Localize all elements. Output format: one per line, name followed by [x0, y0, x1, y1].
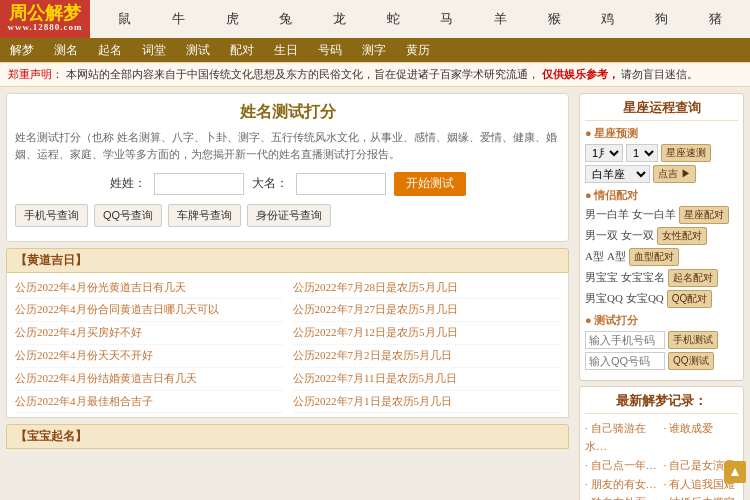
qq-test-btn[interactable]: QQ测试 [668, 352, 714, 370]
fortune-card: 星座运程查询 ● 星座预测 1月2月3月 1日2日 星座速测 白羊座金牛座 [579, 93, 744, 381]
girl-qq-label: 女宝QQ [626, 291, 664, 306]
blood-type1-label: A型 [585, 249, 604, 264]
month-select[interactable]: 1月2月3月 [585, 144, 623, 162]
test-section: ● 测试打分 手机测试 QQ测试 [585, 313, 738, 370]
blood-match-btn[interactable]: 血型配对 [629, 248, 679, 266]
auspicious-item[interactable]: 公历2022年7月28日是农历5月几日 [293, 277, 561, 300]
dream-link[interactable]: · 自己骑游在水… [585, 419, 660, 456]
blood-type2-label: A型 [607, 249, 626, 264]
nav-item[interactable]: 测名 [44, 38, 88, 62]
zodiac-item[interactable]: 蛇 [383, 8, 404, 30]
zodiac-item[interactable]: 鼠 [114, 8, 135, 30]
test-row2: QQ测试 [585, 352, 738, 370]
match-male1-label: 男一白羊 [585, 207, 629, 222]
left-main: 姓名测试打分 姓名测试打分（也称 姓名测算、八字、卜卦、测字、五行传统风水文化，… [0, 87, 575, 501]
female-match-btn[interactable]: 女性配对 [657, 227, 707, 245]
auspicious-item[interactable]: 公历2022年4月份天天不开好 [15, 345, 283, 368]
auspicious-section: 【黄道吉日】 公历2022年4月份光黄道吉日有几天公历2022年4月份合同黄道吉… [6, 248, 569, 419]
zodiac-item[interactable]: 狗 [651, 8, 672, 30]
zodiac-item[interactable]: 鸡 [597, 8, 618, 30]
zodiac-item[interactable]: 牛 [168, 8, 189, 30]
auspicious-item[interactable]: 公历2022年7月27日是农历5月几日 [293, 299, 561, 322]
zodiac-item[interactable]: 虎 [222, 8, 243, 30]
nav-item[interactable]: 起名 [88, 38, 132, 62]
qq-search-btn[interactable]: QQ号查询 [94, 204, 162, 227]
auspicious-item[interactable]: 公历2022年4月份结婚黄道吉日有几天 [15, 368, 283, 391]
dream-item: · 朋友的有女…· 有人追我国难 [585, 475, 738, 494]
content-area: 姓名测试打分 姓名测试打分（也称 姓名测算、八字、卜卦、测字、五行传统风水文化，… [0, 87, 750, 501]
notice-text: 本网站的全部内容来自于中国传统文化思想及东方的民俗文化，旨在促进诸子百家学术研究… [66, 68, 539, 80]
auspicious-item[interactable]: 公历2022年7月12日是农历5月几日 [293, 322, 561, 345]
auspicious-cols: 公历2022年4月份光黄道吉日有几天公历2022年4月份合同黄道吉日哪几天可以公… [15, 277, 560, 414]
logo[interactable]: 周公解梦 www.12880.com [0, 0, 90, 38]
phone-test-btn[interactable]: 手机测试 [668, 331, 718, 349]
notice-prefix: 郑重声明： [8, 68, 63, 80]
zodiac-item[interactable]: 兔 [275, 8, 296, 30]
zodiac-item[interactable]: 龙 [329, 8, 350, 30]
star-match-btn[interactable]: 星座配对 [679, 206, 729, 224]
auspicious-content: 公历2022年4月份光黄道吉日有几天公历2022年4月份合同黄道吉日哪几天可以公… [6, 273, 569, 419]
zodiac-item[interactable]: 猴 [544, 8, 565, 30]
daily-section: ● 星座预测 1月2月3月 1日2日 星座速测 白羊座金牛座 点吉 ▶ [585, 126, 738, 183]
match-section: ● 情侣配对 男一白羊 女一白羊 星座配对 男一双 女一双 女性配对 A型 A型… [585, 188, 738, 308]
name-test-desc: 姓名测试打分（也称 姓名测算、八字、卜卦、测字、五行传统风水文化，从事业、感情、… [15, 129, 560, 164]
qq-match-btn[interactable]: QQ配对 [667, 290, 713, 308]
zodiac-nav: 鼠牛虎兔龙蛇马羊猴鸡狗猪 [90, 0, 750, 38]
surname-input[interactable] [154, 173, 244, 195]
day-select[interactable]: 1日2日 [626, 144, 658, 162]
match-title: ● 情侣配对 [585, 188, 738, 203]
id-search-btn[interactable]: 身份证号查询 [247, 204, 331, 227]
submit-button[interactable]: 开始测试 [394, 172, 466, 196]
nav-item[interactable]: 生日 [264, 38, 308, 62]
scroll-top-btn[interactable]: ▲ [724, 461, 746, 483]
star-predict-btn[interactable]: 星座速测 [661, 144, 711, 162]
auspicious-left: 公历2022年4月份光黄道吉日有几天公历2022年4月份合同黄道吉日哪几天可以公… [15, 277, 283, 414]
logo-url: www.12880.com [8, 23, 83, 33]
name-input[interactable] [296, 173, 386, 195]
notice-bar: 郑重声明： 本网站的全部内容来自于中国传统文化思想及东方的民俗文化，旨在促进诸子… [0, 62, 750, 87]
zodiac-item[interactable]: 羊 [490, 8, 511, 30]
dream-records-card: 最新解梦记录： · 自己骑游在水…· 谁敢成爱· 自己点一年…· 自己是女演员·… [579, 386, 744, 501]
qq-input[interactable] [585, 352, 665, 370]
phone-input[interactable] [585, 331, 665, 349]
auspicious-item[interactable]: 公历2022年7月2日是农历5月几日 [293, 345, 561, 368]
quick-search-row: 手机号查询 QQ号查询 车牌号查询 身份证号查询 [15, 204, 560, 227]
dream-link[interactable]: · 谁敢成爱 [664, 419, 739, 456]
zodiac-select[interactable]: 白羊座金牛座 [585, 165, 650, 183]
auspicious-item[interactable]: 公历2022年4月最佳相合吉子 [15, 391, 283, 414]
zodiac-item[interactable]: 猪 [705, 8, 726, 30]
notice-bold: 仅供娱乐参考， [542, 68, 619, 80]
boy-qq-label: 男宝QQ [585, 291, 623, 306]
nav-item[interactable]: 测试 [176, 38, 220, 62]
point-lucky-btn[interactable]: 点吉 ▶ [653, 165, 696, 183]
dream-item: · 独自在外面…· 结婚后去搬家 [585, 493, 738, 500]
auspicious-right: 公历2022年7月28日是农历5月几日公历2022年7月27日是农历5月几日公历… [293, 277, 561, 414]
dream-link[interactable]: · 结婚后去搬家 [664, 493, 739, 500]
nav-item[interactable]: 号码 [308, 38, 352, 62]
zodiac-item[interactable]: 马 [436, 8, 457, 30]
nav-item[interactable]: 词堂 [132, 38, 176, 62]
phone-search-btn[interactable]: 手机号查询 [15, 204, 88, 227]
auspicious-item[interactable]: 公历2022年7月1日是农历5月几日 [293, 391, 561, 414]
dream-link[interactable]: · 自己点一年… [585, 456, 660, 475]
plate-search-btn[interactable]: 车牌号查询 [168, 204, 241, 227]
auspicious-item[interactable]: 公历2022年7月11日是农历5月几日 [293, 368, 561, 391]
match-row5: 男宝QQ 女宝QQ QQ配对 [585, 290, 738, 308]
auspicious-item[interactable]: 公历2022年4月买房好不好 [15, 322, 283, 345]
dream-item: · 自己点一年…· 自己是女演员 [585, 456, 738, 475]
dream-link[interactable]: · 朋友的有女… [585, 475, 660, 494]
nav-item[interactable]: 测字 [352, 38, 396, 62]
boy-name-label: 男宝宝 [585, 270, 618, 285]
dream-list: · 自己骑游在水…· 谁敢成爱· 自己点一年…· 自己是女演员· 朋友的有女…·… [585, 419, 738, 501]
match-female2-label: 女一双 [621, 228, 654, 243]
name-match-btn[interactable]: 起名配对 [668, 269, 718, 287]
nav-item[interactable]: 配对 [220, 38, 264, 62]
nav-item[interactable]: 解梦 [0, 38, 44, 62]
nav-item[interactable]: 黄历 [396, 38, 440, 62]
dream-link[interactable]: · 独自在外面… [585, 493, 660, 500]
auspicious-item[interactable]: 公历2022年4月份合同黄道吉日哪几天可以 [15, 299, 283, 322]
match-row1: 男一白羊 女一白羊 星座配对 [585, 206, 738, 224]
match-male2-label: 男一双 [585, 228, 618, 243]
auspicious-item[interactable]: 公历2022年4月份光黄道吉日有几天 [15, 277, 283, 300]
fortune-title: 星座运程查询 [585, 99, 738, 121]
